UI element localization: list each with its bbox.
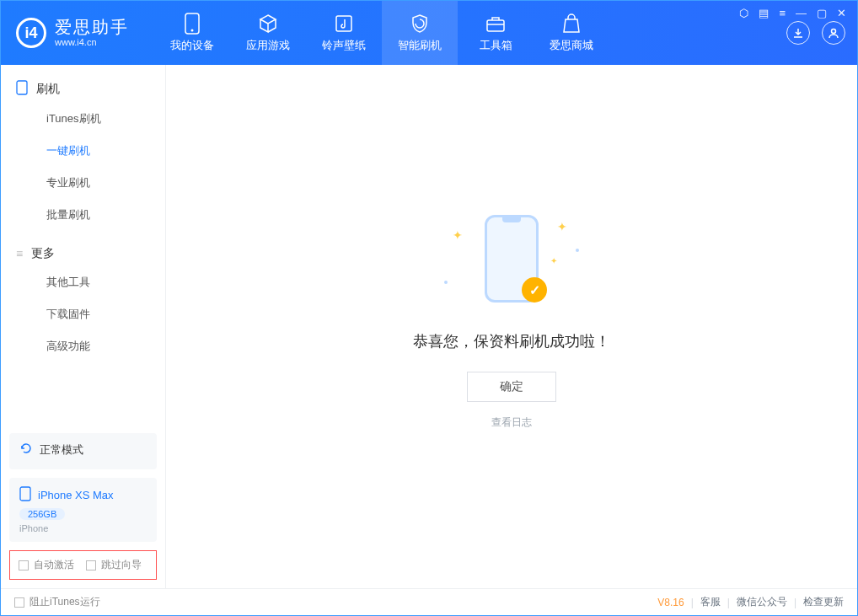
shirt-icon[interactable]: ⬡ bbox=[739, 7, 748, 19]
shield-icon bbox=[409, 13, 431, 35]
check-badge-icon: ✓ bbox=[522, 277, 547, 303]
mode-label: 正常模式 bbox=[40, 442, 83, 458]
success-message: 恭喜您，保资料刷机成功啦！ bbox=[413, 331, 610, 351]
more-icon: ≡ bbox=[16, 247, 23, 260]
view-log-link[interactable]: 查看日志 bbox=[491, 415, 532, 430]
highlighted-options: 自动激活 跳过向导 bbox=[9, 550, 157, 580]
sidebar: 刷机 iTunes刷机 一键刷机 专业刷机 批量刷机 ≡ 更多 其他工具 下载固… bbox=[1, 65, 166, 588]
nav-apps[interactable]: 应用游戏 bbox=[230, 1, 306, 65]
device-card[interactable]: iPhone XS Max 256GB iPhone bbox=[9, 478, 157, 542]
footer-link-wechat[interactable]: 微信公众号 bbox=[737, 595, 787, 609]
nav-flash[interactable]: 智能刷机 bbox=[382, 1, 458, 65]
sidebar-item-other-tools[interactable]: 其他工具 bbox=[1, 266, 165, 298]
svg-rect-5 bbox=[17, 81, 27, 94]
checkbox-block-itunes[interactable]: 阻止iTunes运行 bbox=[14, 595, 100, 609]
maximize-button[interactable]: ▢ bbox=[817, 7, 827, 19]
sparkle-icon: ✦ bbox=[453, 228, 463, 242]
sidebar-item-advanced[interactable]: 高级功能 bbox=[1, 330, 165, 362]
sparkle-icon: ✦ bbox=[557, 220, 567, 233]
download-button[interactable] bbox=[786, 21, 810, 45]
sidebar-section-flash: 刷机 bbox=[1, 80, 165, 103]
svg-rect-2 bbox=[336, 16, 351, 31]
sparkle-icon: ✦ bbox=[550, 256, 557, 265]
footer-link-update[interactable]: 检查更新 bbox=[803, 595, 844, 609]
device-name: iPhone XS Max bbox=[38, 489, 114, 501]
app-name: 爱思助手 bbox=[55, 18, 129, 37]
main-content: ✦ ✦ ✦ ✓ 恭喜您，保资料刷机成功啦！ 确定 查看日志 bbox=[166, 65, 857, 588]
app-url: www.i4.cn bbox=[55, 37, 129, 48]
toolbox-icon bbox=[485, 13, 507, 35]
device-capacity: 256GB bbox=[19, 508, 65, 520]
mode-card[interactable]: 正常模式 bbox=[9, 433, 157, 469]
version-label: V8.16 bbox=[657, 597, 684, 608]
top-right-actions bbox=[786, 21, 845, 45]
checkbox-skip-guide[interactable]: 跳过向导 bbox=[86, 558, 142, 572]
music-icon bbox=[333, 13, 355, 35]
svg-point-4 bbox=[832, 29, 836, 34]
bag-icon bbox=[560, 13, 582, 35]
status-bar: 阻止iTunes运行 V8.16 | 客服 | 微信公众号 | 检查更新 bbox=[1, 588, 857, 615]
logo-icon: i4 bbox=[16, 18, 46, 48]
menu-icon[interactable]: ≡ bbox=[779, 7, 786, 19]
account-button[interactable] bbox=[822, 21, 845, 45]
sidebar-item-pro-flash[interactable]: 专业刷机 bbox=[1, 167, 165, 199]
svg-rect-3 bbox=[487, 20, 504, 31]
close-button[interactable]: ✕ bbox=[837, 7, 846, 19]
device-icon bbox=[181, 13, 203, 35]
list-icon[interactable]: ▤ bbox=[759, 7, 769, 19]
ok-button[interactable]: 确定 bbox=[467, 372, 556, 402]
svg-point-1 bbox=[191, 29, 194, 32]
cube-icon bbox=[257, 13, 279, 35]
window-controls: ⬡ ▤ ≡ — ▢ ✕ bbox=[739, 7, 846, 19]
svg-rect-6 bbox=[20, 487, 30, 501]
nav-ringtone[interactable]: 铃声壁纸 bbox=[306, 1, 382, 65]
device-small-icon bbox=[19, 486, 31, 504]
refresh-icon bbox=[19, 442, 33, 458]
minimize-button[interactable]: — bbox=[796, 7, 807, 19]
nav-toolbox[interactable]: 工具箱 bbox=[458, 1, 534, 65]
checkbox-auto-activate[interactable]: 自动激活 bbox=[19, 558, 74, 572]
sidebar-item-batch-flash[interactable]: 批量刷机 bbox=[1, 199, 165, 231]
sidebar-item-download-firmware[interactable]: 下载固件 bbox=[1, 298, 165, 330]
nav-store[interactable]: 爱思商城 bbox=[534, 1, 609, 65]
footer-link-support[interactable]: 客服 bbox=[700, 595, 721, 609]
sidebar-section-more: ≡ 更多 bbox=[1, 246, 165, 266]
title-bar: ⬡ ▤ ≡ — ▢ ✕ i4 爱思助手 www.i4.cn 我的设备 应用游戏 … bbox=[1, 1, 857, 65]
device-type: iPhone bbox=[19, 523, 147, 533]
sidebar-item-itunes-flash[interactable]: iTunes刷机 bbox=[1, 103, 165, 135]
nav-device[interactable]: 我的设备 bbox=[154, 1, 230, 65]
sidebar-item-oneclick-flash[interactable]: 一键刷机 bbox=[1, 135, 165, 167]
phone-icon bbox=[16, 80, 28, 98]
success-illustration: ✦ ✦ ✦ ✓ bbox=[444, 208, 579, 309]
app-logo: i4 爱思助手 www.i4.cn bbox=[16, 18, 129, 48]
main-nav: 我的设备 应用游戏 铃声壁纸 智能刷机 工具箱 爱思商城 bbox=[154, 1, 609, 65]
